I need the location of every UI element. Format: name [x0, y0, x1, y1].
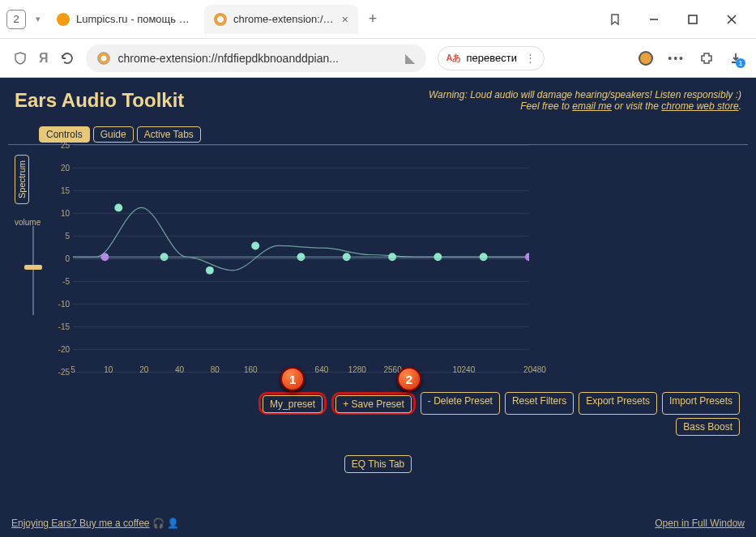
open-full-window-link[interactable]: Open in Full Window: [655, 518, 745, 529]
extensions-icon[interactable]: [699, 51, 714, 66]
url-field[interactable]: chrome-extension://nfdfiepdkbnoanddpian.…: [86, 45, 426, 72]
chevron-down-icon[interactable]: ▾: [36, 14, 41, 24]
eq-handle-edge[interactable]: [100, 253, 109, 261]
gridline: [73, 326, 529, 327]
extension-icon[interactable]: [639, 51, 653, 66]
yandex-icon[interactable]: Я: [39, 51, 49, 66]
volume-label: volume: [15, 218, 41, 227]
y-tick: -15: [50, 322, 70, 331]
import-presets-button[interactable]: Import Presets: [662, 392, 740, 415]
coffee-link[interactable]: Enjoying Ears? Buy me a coffee: [11, 518, 150, 529]
close-icon[interactable]: ×: [342, 13, 348, 26]
gridline: [73, 213, 529, 214]
browser-tab-2[interactable]: chrome-extension://nfd ×: [204, 5, 358, 34]
x-tick: 20: [139, 365, 148, 374]
x-tick: 40: [175, 365, 184, 374]
y-tick: 5: [50, 232, 70, 241]
gridline: [73, 304, 529, 305]
y-tick: 0: [50, 254, 70, 263]
eq-handle[interactable]: [251, 242, 259, 250]
preset-buttons-row-2: Bass Boost: [8, 418, 748, 444]
more-icon[interactable]: •••: [668, 52, 685, 65]
tab-active[interactable]: Active Tabs: [137, 126, 201, 143]
eq-handle[interactable]: [480, 253, 488, 261]
app-content: Ears Audio Toolkit Warning: Loud audio w…: [0, 78, 756, 537]
reload-icon[interactable]: [60, 51, 75, 66]
eq-chart[interactable]: 2520151050-5-10-15-20-255102040801606401…: [50, 145, 529, 371]
eq-handle[interactable]: [160, 253, 169, 261]
tab-counter[interactable]: 2: [6, 10, 26, 29]
volume-slider-thumb[interactable]: [24, 265, 42, 270]
gridline: [73, 145, 529, 146]
x-tick: 20480: [523, 365, 546, 374]
eq-handle[interactable]: [297, 253, 305, 261]
bookmark-flag-icon[interactable]: ◣: [405, 50, 415, 66]
x-tick: 80: [211, 365, 220, 374]
address-bar: Я chrome-extension://nfdfiepdkbnoanddpia…: [0, 39, 756, 78]
bass-boost-button[interactable]: Bass Boost: [676, 418, 740, 436]
tab-title: Lumpics.ru - помощь с ком: [76, 13, 191, 25]
tab-guide[interactable]: Guide: [93, 126, 134, 143]
eq-handle[interactable]: [388, 253, 396, 261]
eq-handle[interactable]: [343, 253, 351, 261]
delete-preset-button[interactable]: - Delete Preset: [421, 392, 500, 415]
bookmark-icon[interactable]: [597, 6, 633, 32]
x-tick: 5: [70, 365, 75, 374]
y-tick: 20: [50, 164, 70, 173]
app-footer: Enjoying Ears? Buy me a coffee 🎧 👤 Open …: [11, 518, 745, 529]
gridline: [73, 168, 529, 168]
eq-this-tab-button[interactable]: EQ This Tab: [344, 455, 412, 473]
spectrum-tab[interactable]: Spectrum: [15, 155, 29, 204]
volume-slider-track[interactable]: [32, 226, 34, 315]
favicon-1: [57, 13, 70, 26]
warning-text: Warning: Loud audio will damage hearing/…: [429, 89, 741, 112]
gridline: [73, 190, 529, 191]
x-tick: 640: [315, 365, 329, 374]
eq-curves[interactable]: [73, 145, 529, 369]
eq-panel: Spectrum volume 2520151050-5-10-15-20-25…: [8, 144, 748, 387]
eq-handle-edge[interactable]: [525, 253, 529, 261]
translate-button[interactable]: Aあ перевести ⋮: [438, 46, 545, 70]
browser-tab-1[interactable]: Lumpics.ru - помощь с ком: [47, 5, 201, 34]
x-tick: 1280: [348, 365, 366, 374]
app-tabs: Controls Guide Active Tabs: [8, 126, 748, 143]
y-tick: -20: [50, 345, 70, 354]
highlight-2: 2 + Save Preset: [331, 392, 416, 415]
app-title: Ears Audio Toolkit: [15, 89, 184, 112]
badge-2: 2: [397, 367, 421, 391]
url-text: chrome-extension://nfdfiepdkbnoanddpian.…: [118, 52, 339, 65]
browser-tab-strip: 2 ▾ Lumpics.ru - помощь с ком chrome-ext…: [0, 0, 756, 39]
site-icon: [97, 52, 110, 65]
close-button[interactable]: [714, 6, 750, 32]
maximize-button[interactable]: [675, 6, 711, 32]
eq-handle[interactable]: [114, 203, 122, 211]
preset-name-input[interactable]: My_preset: [263, 395, 322, 413]
x-tick: 10: [104, 365, 113, 374]
tab-title: chrome-extension://nfd: [233, 13, 335, 25]
y-tick: 15: [50, 186, 70, 195]
preset-buttons-row: 1 My_preset 2 + Save Preset - Delete Pre…: [8, 387, 748, 418]
y-tick: 25: [50, 141, 70, 150]
y-tick: -10: [50, 300, 70, 309]
gridline: [73, 258, 529, 259]
reset-filters-button[interactable]: Reset Filters: [505, 392, 574, 415]
y-tick: -25: [50, 368, 70, 377]
svg-rect-1: [689, 15, 697, 23]
new-tab-button[interactable]: +: [361, 8, 384, 31]
save-preset-button[interactable]: + Save Preset: [335, 395, 412, 413]
favicon-2: [214, 13, 227, 26]
translate-label: перевести: [466, 52, 516, 64]
y-tick: 10: [50, 209, 70, 218]
gridline: [73, 349, 529, 350]
export-presets-button[interactable]: Export Presets: [579, 392, 657, 415]
eq-handle[interactable]: [206, 266, 214, 275]
eq-handle[interactable]: [434, 253, 442, 261]
email-link[interactable]: email me: [572, 100, 612, 112]
highlight-1: 1 My_preset: [258, 392, 327, 415]
x-tick: 160: [244, 365, 258, 374]
store-link[interactable]: chrome web store: [661, 100, 738, 112]
y-tick: -5: [50, 277, 70, 286]
shield-icon[interactable]: [13, 51, 28, 66]
downloads-icon[interactable]: [728, 51, 743, 66]
minimize-button[interactable]: [636, 6, 672, 32]
